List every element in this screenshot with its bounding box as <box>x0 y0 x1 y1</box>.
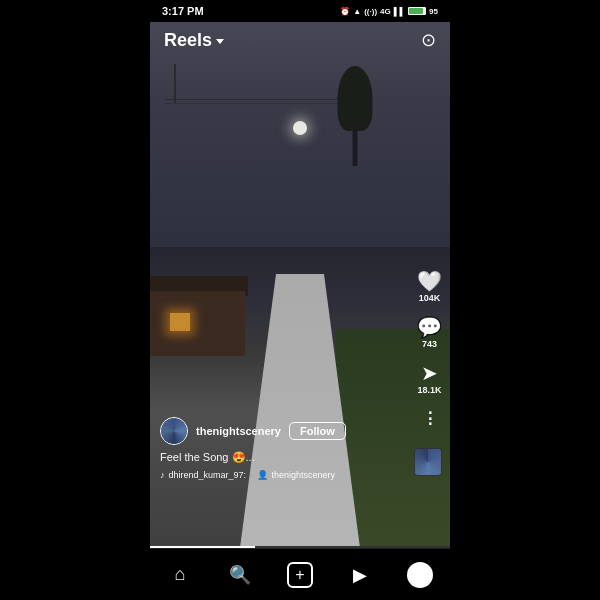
nav-search[interactable]: 🔍 <box>220 555 260 595</box>
audio-track-name: dhirend_kumar_97: <box>169 470 247 480</box>
action-buttons: 🤍 104K 💬 743 ➤ 18.1K ⋮ <box>417 271 442 428</box>
reels-label: Reels <box>164 30 212 51</box>
reels-title-area[interactable]: Reels <box>164 30 224 51</box>
audio-username: thenightscenery <box>272 470 336 480</box>
comment-icon: 💬 <box>417 317 442 337</box>
nav-profile[interactable] <box>400 555 440 595</box>
search-icon: 🔍 <box>229 564 251 586</box>
share-button[interactable]: ➤ 18.1K <box>417 363 441 395</box>
data-4g-icon: 4G <box>380 7 391 16</box>
moon-element <box>293 121 307 135</box>
comment-count: 743 <box>422 339 437 349</box>
music-note-icon: ♪ <box>160 470 165 480</box>
status-time: 3:17 PM <box>162 5 204 17</box>
more-options-button[interactable]: ⋮ <box>422 409 437 428</box>
bottom-navigation: ⌂ 🔍 + ▶ <box>150 548 450 600</box>
add-icon: + <box>287 562 313 588</box>
like-count: 104K <box>419 293 441 303</box>
audio-user-icon: 👤 <box>257 470 268 480</box>
wifi-icon: ((·)) <box>364 7 377 16</box>
like-button[interactable]: 🤍 104K <box>417 271 442 303</box>
path-element <box>240 274 360 548</box>
reels-icon: ▶ <box>353 564 367 586</box>
camera-icon[interactable]: ⊙ <box>421 29 436 51</box>
tree-element <box>335 66 375 166</box>
house-element <box>150 276 250 356</box>
signal-bars-icon: ▌▌ <box>394 7 405 16</box>
status-bar: 3:17 PM ⏰ ▲ ((·)) 4G ▌▌ 95 <box>150 0 450 22</box>
heart-icon: 🤍 <box>417 271 442 291</box>
audio-info-row: ♪ dhirend_kumar_97: · 👤 thenightscenery <box>160 470 405 480</box>
top-navigation: Reels ⊙ <box>150 22 450 58</box>
signal-icon: ▲ <box>353 7 361 16</box>
audio-thumb-image <box>415 449 441 475</box>
three-dots-icon: ⋮ <box>422 409 437 428</box>
battery-icon <box>408 7 426 15</box>
powerlines <box>165 99 345 101</box>
chevron-down-icon <box>216 39 224 44</box>
follow-button[interactable]: Follow <box>289 422 346 440</box>
comment-button[interactable]: 💬 743 <box>417 317 442 349</box>
profile-avatar <box>407 562 433 588</box>
share-count: 18.1K <box>417 385 441 395</box>
nav-home[interactable]: ⌂ <box>160 555 200 595</box>
alarm-icon: ⏰ <box>340 7 350 16</box>
share-icon: ➤ <box>421 363 438 383</box>
home-icon: ⌂ <box>175 564 186 585</box>
status-icons: ⏰ ▲ ((·)) 4G ▌▌ 95 <box>340 7 438 16</box>
phone-frame: 3:17 PM ⏰ ▲ ((·)) 4G ▌▌ 95 <box>150 0 450 600</box>
audio-thumbnail[interactable] <box>414 448 442 476</box>
post-caption: Feel the Song 😍... <box>160 451 405 464</box>
avatar[interactable] <box>160 417 188 445</box>
video-area[interactable]: Reels ⊙ 🤍 104K 💬 743 ➤ 18.1K ⋮ <box>150 0 450 548</box>
battery-percent: 95 <box>429 7 438 16</box>
username-label: thenightscenery <box>196 425 281 437</box>
avatar-image <box>161 418 187 444</box>
audio-separator: · <box>250 470 253 480</box>
user-row: thenightscenery Follow <box>160 417 405 445</box>
nav-reels[interactable]: ▶ <box>340 555 380 595</box>
nav-add[interactable]: + <box>280 555 320 595</box>
post-info: thenightscenery Follow Feel the Song 😍..… <box>160 417 405 480</box>
